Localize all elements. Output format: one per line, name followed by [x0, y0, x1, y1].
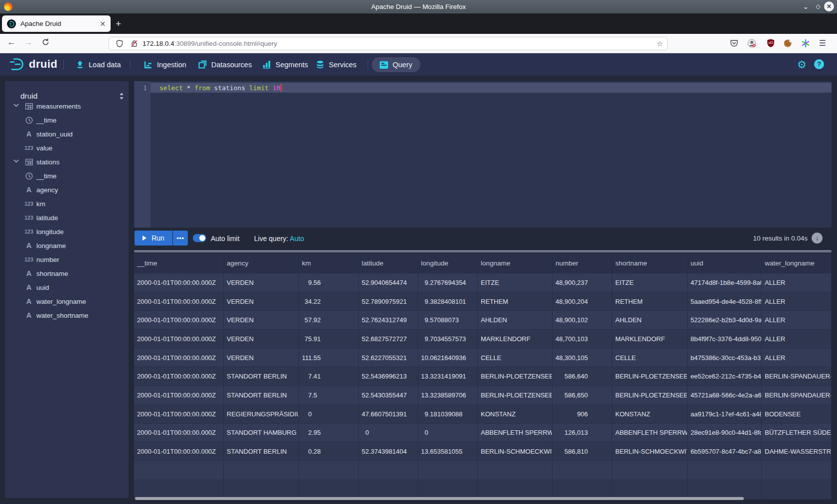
ublock-icon[interactable]: uO	[765, 38, 776, 49]
cell-water_longname[interactable]: ALLER	[762, 292, 832, 311]
cell-longitude[interactable]: 13.3238589706	[418, 386, 478, 405]
cell-number[interactable]: 48,700,103	[553, 330, 612, 349]
column-header-agency[interactable]: agency	[224, 253, 299, 273]
cell-__time[interactable]: 2000-01-01T00:00:00.000Z	[134, 442, 224, 461]
help-icon[interactable]: ?	[814, 59, 824, 69]
sidebar-column-shortname[interactable]: Ashortname	[5, 266, 129, 280]
cell-longname[interactable]: ABBENFLETH SPERRWERK BP	[478, 424, 553, 443]
cell-shortname[interactable]: CELLE	[612, 349, 688, 368]
cell-water_longname[interactable]: ALLER	[762, 311, 832, 330]
cell-number[interactable]: 48,900,204	[553, 292, 612, 311]
cell-latitude[interactable]: 52.9040654474	[359, 273, 418, 292]
cell-agency[interactable]: VERDEN	[224, 330, 299, 349]
cell-agency[interactable]: STANDORT BERLIN	[224, 368, 299, 386]
cell-longitude[interactable]: 13.3231419091	[418, 368, 478, 386]
cell-latitude[interactable]: 52.7624312749	[359, 311, 418, 330]
cell-shortname[interactable]: EITZE	[612, 273, 688, 292]
nav-segments[interactable]: Segments	[263, 53, 308, 76]
shield-icon[interactable]	[116, 40, 123, 47]
nav-datasources[interactable]: Datasources	[198, 53, 252, 76]
lock-insecure-icon[interactable]	[131, 40, 138, 47]
cell-water_longname[interactable]: ALLER	[762, 349, 832, 368]
cell-water_longname[interactable]: ALLER	[762, 330, 832, 349]
window-minimize-button[interactable]: ⌄	[801, 1, 811, 11]
window-close-button[interactable]: ✕	[824, 1, 834, 11]
cell-longname[interactable]: CELLE	[478, 349, 553, 368]
nav-query[interactable]: Query	[372, 57, 420, 72]
column-header-latitude[interactable]: latitude	[359, 253, 418, 273]
table-row[interactable]: 2000-01-01T00:00:00.000ZREGIERUNGSPRÄSID…	[134, 405, 832, 424]
cell-km[interactable]: 111.55	[299, 349, 359, 368]
cell-agency[interactable]: REGIERUNGSPRÄSIDIUM TÜBINGEN	[224, 405, 299, 424]
cell-__time[interactable]: 2000-01-01T00:00:00.000Z	[134, 273, 224, 292]
table-row[interactable]: 2000-01-01T00:00:00.000ZVERDEN34.2252.78…	[134, 292, 832, 311]
run-button[interactable]: Run	[135, 231, 172, 246]
cell-km[interactable]: 0.28	[299, 442, 359, 461]
cell-longitude[interactable]: 0	[418, 424, 478, 443]
sidebar-column-number[interactable]: 123number	[5, 252, 129, 266]
sidebar-column-__time[interactable]: __time	[5, 113, 129, 127]
new-tab-button[interactable]: +	[116, 18, 121, 29]
cell-agency[interactable]: STANDORT HAMBURG	[224, 424, 299, 443]
cell-longitude[interactable]: 9.181039088	[418, 405, 478, 424]
auto-limit-toggle[interactable]	[193, 234, 206, 242]
cell-latitude[interactable]: 0	[359, 424, 418, 443]
cell-uuid[interactable]: 522286e2-b2b3-4d0d-9a3c1	[688, 311, 762, 330]
download-results-icon[interactable]: ↓	[812, 233, 823, 244]
cell-agency[interactable]: VERDEN	[224, 349, 299, 368]
cell-water_longname[interactable]: ALLER	[762, 273, 832, 292]
cell-km[interactable]: 7.5	[299, 386, 359, 405]
sidebar-column-longname[interactable]: Alongname	[5, 239, 129, 252]
cell-agency[interactable]: VERDEN	[224, 273, 299, 292]
cell-uuid[interactable]: 28ec91e8-90c0-44d1-8fc6a	[688, 424, 762, 443]
column-header-longname[interactable]: longname	[478, 253, 553, 273]
cell-shortname[interactable]: BERLIN-PLOETZENSEE OP	[612, 368, 688, 386]
cell-longitude[interactable]: 9.7034557573	[418, 330, 478, 349]
sidebar-column-water_longname[interactable]: Awater_longname	[5, 294, 129, 308]
chevron-down-icon[interactable]	[13, 159, 19, 163]
cell-shortname[interactable]: BERLIN-PLOETZENSEE UP	[612, 386, 688, 405]
cell-number[interactable]: 586,650	[553, 386, 612, 405]
sidebar-column-value[interactable]: 123value	[5, 141, 129, 155]
cell-__time[interactable]: 2000-01-01T00:00:00.000Z	[134, 330, 224, 349]
cookie-extension-icon[interactable]	[782, 38, 793, 49]
cell-latitude[interactable]: 52.3743981404	[359, 442, 418, 461]
cell-water_longname[interactable]: BODENSEE	[762, 405, 832, 424]
cell-agency[interactable]: STANDORT BERLIN	[224, 442, 299, 461]
cell-__time[interactable]: 2000-01-01T00:00:00.000Z	[134, 386, 224, 405]
cell-__time[interactable]: 2000-01-01T00:00:00.000Z	[134, 311, 224, 330]
editor-code-line[interactable]: select * from stations limit 10	[159, 84, 281, 92]
url-bar[interactable]: 172.18.0.4:30899/unified-console.html#qu…	[109, 37, 668, 50]
column-header-number[interactable]: number	[553, 253, 612, 273]
cell-shortname[interactable]: KONSTANZ	[612, 405, 688, 424]
table-row[interactable]: 2000-01-01T00:00:00.000ZSTANDORT BERLIN7…	[134, 386, 832, 405]
sidebar-column-water_shortname[interactable]: Awater_shortname	[5, 308, 129, 322]
table-row[interactable]: 2000-01-01T00:00:00.000ZVERDEN57.9252.76…	[134, 311, 832, 330]
cell-latitude[interactable]: 47.6607501391	[359, 405, 418, 424]
table-row[interactable]: 2000-01-01T00:00:00.000ZSTANDORT HAMBURG…	[134, 424, 832, 443]
sidebar-column-agency[interactable]: Aagency	[5, 183, 129, 197]
cell-shortname[interactable]: BERLIN-SCHMOECKWITZ	[612, 442, 688, 461]
cell-agency[interactable]: VERDEN	[224, 311, 299, 330]
cell-uuid[interactable]: 5aaed954-de4e-4528-8f52c	[688, 292, 762, 311]
sidebar-column-__time[interactable]: __time	[5, 169, 129, 183]
nav-load-data[interactable]: Load data	[76, 53, 121, 76]
cell-uuid[interactable]: 45721a68-566c-4e2a-a65c1	[688, 386, 762, 405]
cell-longname[interactable]: BERLIN-SCHMOECKWITZ	[478, 442, 553, 461]
cell-uuid[interactable]: 8b4f9f7c-3376-4dd8-950c6	[688, 330, 762, 349]
table-row[interactable]: 2000-01-01T00:00:00.000ZVERDEN111.5552.6…	[134, 349, 832, 368]
cell-longname[interactable]: BERLIN-PLOETZENSEE OP	[478, 368, 553, 386]
cell-longname[interactable]: AHLDEN	[478, 311, 553, 330]
sidebar-column-km[interactable]: 123km	[5, 197, 129, 211]
cell-longname[interactable]: KONSTANZ	[478, 405, 553, 424]
cell-latitude[interactable]: 52.5430355447	[359, 386, 418, 405]
cell-__time[interactable]: 2000-01-01T00:00:00.000Z	[134, 349, 224, 368]
chevron-down-icon[interactable]	[13, 104, 19, 107]
cell-water_longname[interactable]: DAHME-WASSERSTRASSE	[762, 442, 832, 461]
column-header-km[interactable]: km	[299, 253, 359, 273]
cell-shortname[interactable]: RETHEM	[612, 292, 688, 311]
cell-__time[interactable]: 2000-01-01T00:00:00.000Z	[134, 405, 224, 424]
cell-km[interactable]: 9.56	[299, 273, 359, 292]
multi-account-extension-icon[interactable]	[800, 38, 811, 49]
run-more-button[interactable]: •••	[173, 231, 188, 246]
